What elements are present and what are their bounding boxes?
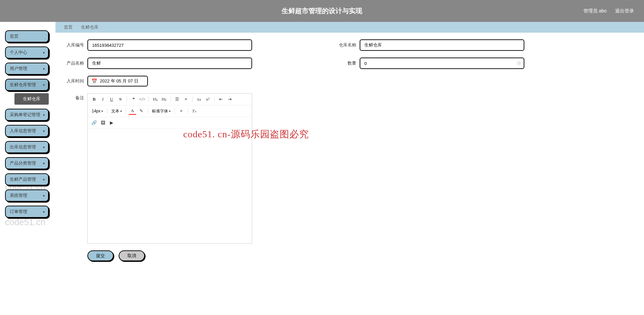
h1-icon[interactable]: H₁ bbox=[152, 96, 159, 103]
link-icon[interactable]: 🔗 bbox=[90, 119, 98, 127]
sidebar-item-personal[interactable]: 个人中心▾ bbox=[5, 46, 49, 59]
h2-icon[interactable]: H₂ bbox=[160, 96, 168, 103]
rich-editor: B I U S ❝ </> H₁ H₂ ☰ ≡ x₂ x² bbox=[87, 93, 252, 244]
sidebar: 首页 个人中心▾ 用户管理▾ 生鲜仓库管理▾ 生鲜仓库 采购单登记管理▾ 入库信… bbox=[5, 30, 49, 222]
image-icon[interactable]: 🖼 bbox=[99, 119, 107, 127]
logout-link[interactable]: 退出登录 bbox=[615, 8, 634, 14]
chevron-down-icon: ▾ bbox=[43, 194, 45, 198]
text-select[interactable]: 文本▾ bbox=[110, 108, 123, 114]
product-label: 产品名称 bbox=[61, 60, 84, 66]
sup-icon[interactable]: x² bbox=[204, 96, 211, 103]
breadcrumb-home[interactable]: 首页 bbox=[64, 24, 73, 30]
form: 入库编号 仓库名称 产品名称 数量 ⓧ 入库时间 📅 bbox=[55, 33, 644, 268]
breadcrumb-current[interactable]: 生鲜仓库 bbox=[81, 24, 98, 30]
editor-body[interactable] bbox=[88, 129, 252, 243]
chevron-down-icon: ▾ bbox=[43, 51, 45, 55]
chevron-down-icon: ▾ bbox=[43, 145, 45, 149]
sidebar-item-inbound[interactable]: 入库信息管理▾ bbox=[5, 125, 49, 137]
cancel-button[interactable]: 取消 bbox=[119, 250, 145, 261]
chevron-down-icon: ▾ bbox=[43, 129, 45, 133]
editor-toolbar-2: 14px▾ 文本▾ A ✎ 标准字体▾ ≡ Tₓ bbox=[88, 105, 252, 117]
content: 首页 生鲜仓库 入库编号 仓库名称 产品名称 数量 ⓧ bbox=[55, 22, 644, 315]
sub-icon[interactable]: x₂ bbox=[195, 96, 203, 103]
align-icon[interactable]: ≡ bbox=[177, 107, 185, 115]
chevron-down-icon: ▾ bbox=[43, 178, 45, 181]
breadcrumb: 首页 生鲜仓库 bbox=[55, 22, 644, 33]
chevron-down-icon: ▾ bbox=[43, 67, 45, 71]
strike-icon[interactable]: S bbox=[117, 96, 124, 103]
user-label[interactable]: 管理员 abo bbox=[583, 8, 607, 14]
ol-icon[interactable]: ≡ bbox=[182, 96, 190, 103]
sidebar-item-category[interactable]: 产品分类管理▾ bbox=[5, 157, 49, 169]
clear-icon[interactable]: ⓧ bbox=[517, 61, 521, 66]
calendar-icon: 📅 bbox=[91, 78, 97, 84]
stockno-input[interactable] bbox=[87, 39, 252, 51]
clearformat-icon[interactable]: Tₓ bbox=[191, 107, 198, 115]
stocktime-input[interactable]: 📅 2022 年 05 月 07 日 bbox=[87, 76, 148, 86]
quantity-input[interactable] bbox=[360, 58, 524, 69]
chevron-down-icon: ▾ bbox=[43, 210, 45, 214]
indent-icon[interactable]: ⇥ bbox=[226, 96, 233, 103]
fontsize-select[interactable]: 14px▾ bbox=[90, 109, 104, 113]
chevron-down-icon: ▾ bbox=[43, 83, 45, 87]
fontcolor-icon[interactable]: A bbox=[129, 107, 136, 115]
warehouse-input[interactable] bbox=[360, 39, 524, 51]
bold-icon[interactable]: B bbox=[90, 96, 98, 103]
sidebar-item-warehouse[interactable]: 生鲜仓库管理▾ bbox=[5, 79, 49, 91]
font-select[interactable]: 标准字体▾ bbox=[151, 108, 172, 114]
stocktime-label: 入库时间 bbox=[61, 78, 84, 84]
sidebar-item-outbound[interactable]: 出库信息管理▾ bbox=[5, 141, 49, 153]
bgcolor-icon[interactable]: ✎ bbox=[137, 107, 145, 115]
remark-label: 备注 bbox=[61, 93, 84, 244]
sidebar-item-purchase[interactable]: 采购单登记管理▾ bbox=[5, 109, 49, 121]
sidebar-item-home[interactable]: 首页 bbox=[5, 30, 49, 42]
outdent-icon[interactable]: ⇤ bbox=[217, 96, 225, 103]
sidebar-item-order[interactable]: 订单管理▾ bbox=[5, 206, 49, 218]
italic-icon[interactable]: I bbox=[99, 96, 107, 103]
underline-icon[interactable]: U bbox=[108, 96, 115, 103]
stockno-label: 入库编号 bbox=[61, 42, 84, 48]
submit-button[interactable]: 提交 bbox=[87, 250, 114, 261]
code-icon[interactable]: </> bbox=[138, 96, 146, 103]
sidebar-item-users[interactable]: 用户管理▾ bbox=[5, 63, 49, 75]
sidebar-item-system[interactable]: 系统管理▾ bbox=[5, 189, 49, 202]
quantity-label: 数量 bbox=[333, 60, 356, 66]
product-input[interactable] bbox=[87, 58, 252, 69]
editor-toolbar: B I U S ❝ </> H₁ H₂ ☰ ≡ x₂ x² bbox=[88, 94, 252, 105]
ul-icon[interactable]: ☰ bbox=[173, 96, 181, 103]
quote-icon[interactable]: ❝ bbox=[130, 96, 137, 103]
video-icon[interactable]: ▶ bbox=[108, 119, 115, 127]
header: 生鲜超市管理的设计与实现 管理员 abo 退出登录 bbox=[0, 0, 644, 22]
editor-toolbar-3: 🔗 🖼 ▶ bbox=[88, 117, 252, 129]
chevron-down-icon: ▾ bbox=[43, 162, 45, 165]
chevron-down-icon: ▾ bbox=[43, 113, 45, 117]
app-title: 生鲜超市管理的设计与实现 bbox=[282, 6, 362, 15]
sidebar-item-product[interactable]: 生鲜产品管理▾ bbox=[5, 173, 49, 185]
sidebar-sub-warehouse[interactable]: 生鲜仓库 bbox=[14, 93, 49, 105]
warehouse-label: 仓库名称 bbox=[333, 42, 356, 48]
